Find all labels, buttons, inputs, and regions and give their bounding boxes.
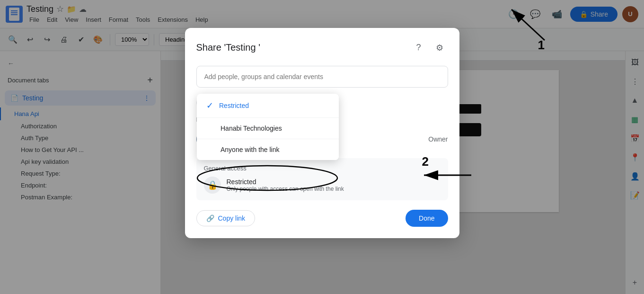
access-info: Restricted Only people with access can o…: [227, 178, 344, 192]
dialog-header-icons: ? ⚙: [410, 39, 448, 56]
lock-icon: 🔒: [207, 180, 218, 190]
done-label: Done: [419, 214, 434, 222]
dropdown-item-anyone[interactable]: Anyone with the link: [197, 139, 339, 160]
access-title: Restricted: [227, 178, 344, 186]
dropdown-item-anyone-label: Anyone with the link: [221, 146, 280, 153]
done-button[interactable]: Done: [406, 210, 448, 227]
dialog-header: Share 'Testing ' ? ⚙: [196, 39, 448, 56]
access-row: 🔒 Restricted Only people with access can…: [204, 177, 441, 194]
dropdown-item-hanabi-label: Hanabi Technologies: [221, 125, 282, 132]
check-icon: ✓: [206, 100, 213, 111]
dropdown-item-restricted-label: Restricted: [219, 102, 249, 109]
link-icon: 🔗: [206, 214, 214, 222]
dialog-title: Share 'Testing ': [196, 42, 261, 53]
copy-link-button[interactable]: 🔗 Copy link: [196, 210, 256, 226]
access-dropdown-menu: ✓ Restricted Hanabi Technologies Anyone …: [197, 94, 339, 160]
dialog-footer: 🔗 Copy link Done: [196, 210, 448, 227]
settings-icon-btn[interactable]: ⚙: [431, 39, 448, 56]
dropdown-item-restricted[interactable]: ✓ Restricted: [197, 94, 339, 118]
help-icon-btn[interactable]: ?: [410, 39, 427, 56]
copy-link-label: Copy link: [218, 214, 246, 222]
general-access-header: General access: [204, 165, 441, 172]
dropdown-item-hanabi[interactable]: Hanabi Technologies: [197, 118, 339, 139]
lock-icon-wrap: 🔒: [204, 177, 221, 194]
access-sub: Only people with access can open with th…: [227, 186, 344, 192]
add-people-input[interactable]: [196, 66, 448, 88]
general-access-section: General access 🔒 Restricted Only people …: [196, 158, 448, 200]
person-role: Owner: [428, 135, 448, 143]
